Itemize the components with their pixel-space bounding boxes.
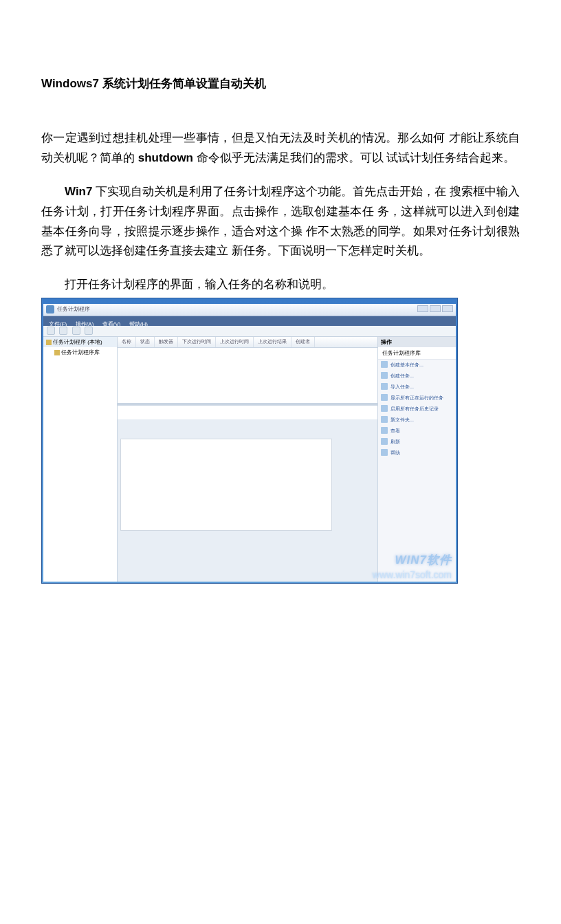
- tree-root-label: 任务计划程序 (本地): [53, 339, 102, 345]
- folder-icon: [54, 350, 60, 355]
- menubar: 文件(F) 操作(A) 查看(V) 帮助(H): [43, 316, 456, 326]
- tree-root[interactable]: 任务计划程序 (本地): [43, 337, 117, 347]
- tree-item-label: 任务计划程序库: [61, 349, 100, 355]
- tree-item[interactable]: 任务计划程序库: [43, 347, 117, 358]
- action-new-folder[interactable]: 新文件夹...: [378, 415, 456, 426]
- action-show-running[interactable]: 显示所有正在运行的任务: [378, 393, 456, 404]
- minimize-button[interactable]: [417, 305, 428, 312]
- list-header: 名称 状态 触发器 下次运行时间 上次运行时间 上次运行结果 创建者: [118, 337, 377, 348]
- list-icon: [381, 394, 388, 401]
- window-controls[interactable]: [417, 305, 453, 312]
- folder-icon: [46, 340, 52, 345]
- actions-panel: 操作 任务计划程序库 创建基本任务... 创建任务... 导入任务... 显示所…: [377, 337, 456, 582]
- action-create-basic[interactable]: 创建基本任务...: [378, 360, 456, 371]
- col-creator[interactable]: 创建者: [292, 337, 315, 347]
- action-help[interactable]: 帮助: [378, 448, 456, 459]
- watermark-url: www.win7soft.com: [373, 569, 452, 580]
- action-import[interactable]: 导入任务...: [378, 382, 456, 393]
- app-icon: [46, 305, 54, 314]
- caption: 打开任务计划程序的界面，输入任务的名称和说明。: [41, 275, 520, 295]
- help-icon: [381, 449, 388, 456]
- tool-icon[interactable]: [72, 327, 80, 335]
- window-title: 任务计划程序: [57, 305, 90, 313]
- action-refresh[interactable]: 刷新: [378, 437, 456, 448]
- import-icon: [381, 383, 388, 390]
- task-icon: [381, 361, 388, 368]
- col-triggers[interactable]: 触发器: [155, 337, 178, 347]
- refresh-icon: [381, 438, 388, 445]
- maximize-button[interactable]: [430, 305, 441, 312]
- tree-panel: 任务计划程序 (本地) 任务计划程序库: [43, 337, 118, 582]
- col-name[interactable]: 名称: [118, 337, 136, 347]
- col-result[interactable]: 上次运行结果: [254, 337, 292, 347]
- detail-panel: [118, 419, 377, 582]
- action-label: 查看: [390, 428, 400, 433]
- action-create[interactable]: 创建任务...: [378, 371, 456, 382]
- action-label: 启用所有任务历史记录: [390, 406, 439, 411]
- task-list: 名称 状态 触发器 下次运行时间 上次运行时间 上次运行结果 创建者: [118, 337, 377, 406]
- action-label: 新文件夹...: [390, 417, 414, 422]
- window-inner: 任务计划程序 文件(F) 操作(A) 查看(V) 帮助(H) 任务计划程序 (本…: [43, 304, 456, 582]
- watermark-logo: WIN7软件: [395, 552, 452, 568]
- tool-forward-icon[interactable]: [59, 327, 67, 335]
- action-label: 帮助: [390, 450, 400, 455]
- paragraph-1: 你一定遇到过想挂机处理一些事情，但是又怕无法及时关机的情况。那么如何 才能让系统…: [41, 129, 520, 168]
- task-icon: [381, 372, 388, 379]
- center-panel: 名称 状态 触发器 下次运行时间 上次运行时间 上次运行结果 创建者: [118, 337, 377, 582]
- action-view[interactable]: 查看: [378, 426, 456, 437]
- page-title: Windows7 系统计划任务简单设置自动关机: [41, 76, 520, 91]
- col-next[interactable]: 下次运行时间: [178, 337, 216, 347]
- titlebar: 任务计划程序: [43, 304, 456, 316]
- actions-header: 操作: [378, 337, 456, 347]
- action-enable-history[interactable]: 启用所有任务历史记录: [378, 404, 456, 415]
- p1-bold: shutdown: [138, 151, 193, 164]
- folder-icon: [381, 416, 388, 423]
- action-label: 创建基本任务...: [390, 362, 424, 367]
- screenshot: 任务计划程序 文件(F) 操作(A) 查看(V) 帮助(H) 任务计划程序 (本…: [41, 298, 458, 584]
- action-label: 刷新: [390, 439, 400, 444]
- close-button[interactable]: [442, 305, 453, 312]
- p2-bold: Win7: [65, 185, 92, 198]
- col-status[interactable]: 状态: [136, 337, 155, 347]
- tool-back-icon[interactable]: [47, 327, 55, 335]
- actions-title: 任务计划程序库: [378, 347, 456, 360]
- action-label: 显示所有正在运行的任务: [390, 395, 443, 400]
- blank-area: [120, 439, 332, 531]
- action-label: 创建任务...: [390, 373, 414, 378]
- p2-rest: 下实现自动关机是利用了任务计划程序这个功能。首先点击开始，在 搜索框中输入任务计…: [41, 185, 520, 258]
- paragraph-2: Win7 下实现自动关机是利用了任务计划程序这个功能。首先点击开始，在 搜索框中…: [41, 182, 520, 262]
- action-label: 导入任务...: [390, 384, 414, 389]
- history-icon: [381, 405, 388, 412]
- tool-icon[interactable]: [85, 327, 93, 335]
- view-icon: [381, 427, 388, 434]
- col-last[interactable]: 上次运行时间: [216, 337, 254, 347]
- toolbar: [43, 326, 456, 337]
- p1-b: 命令似乎无法满足我们的需求。可以 试试计划任务结合起来。: [193, 151, 515, 164]
